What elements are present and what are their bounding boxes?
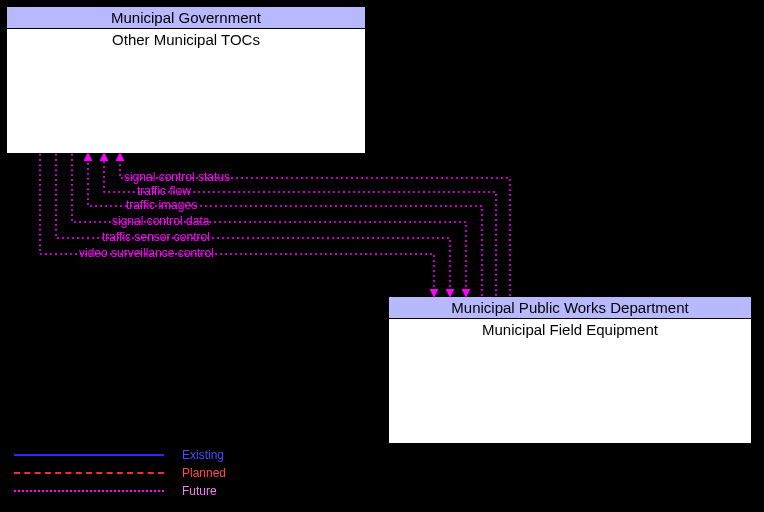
legend-row-future: Future bbox=[14, 482, 226, 500]
entity-header: Municipal Government bbox=[7, 7, 365, 29]
legend-label: Planned bbox=[182, 466, 226, 480]
entity-body: Other Municipal TOCs bbox=[7, 29, 365, 48]
legend-row-existing: Existing bbox=[14, 446, 226, 464]
legend-row-planned: Planned bbox=[14, 464, 226, 482]
entity-body: Municipal Field Equipment bbox=[389, 319, 751, 338]
flow-label: video surveillance control bbox=[79, 246, 214, 260]
flow-label: traffic sensor control bbox=[102, 230, 210, 244]
flow-label: traffic flow bbox=[137, 184, 191, 198]
flow-label: signal control status bbox=[124, 170, 230, 184]
legend-swatch-planned bbox=[14, 472, 164, 474]
entity-other-municipal-tocs: Municipal Government Other Municipal TOC… bbox=[6, 6, 366, 154]
entity-municipal-field-equipment: Municipal Public Works Department Munici… bbox=[388, 296, 752, 444]
flow-label: signal control data bbox=[112, 214, 209, 228]
legend-label: Existing bbox=[182, 448, 224, 462]
legend-swatch-future bbox=[14, 490, 164, 492]
legend-label: Future bbox=[182, 484, 217, 498]
flow-label: traffic images bbox=[126, 198, 197, 212]
legend-swatch-existing bbox=[14, 454, 164, 456]
legend: Existing Planned Future bbox=[14, 446, 226, 500]
entity-header: Municipal Public Works Department bbox=[389, 297, 751, 319]
